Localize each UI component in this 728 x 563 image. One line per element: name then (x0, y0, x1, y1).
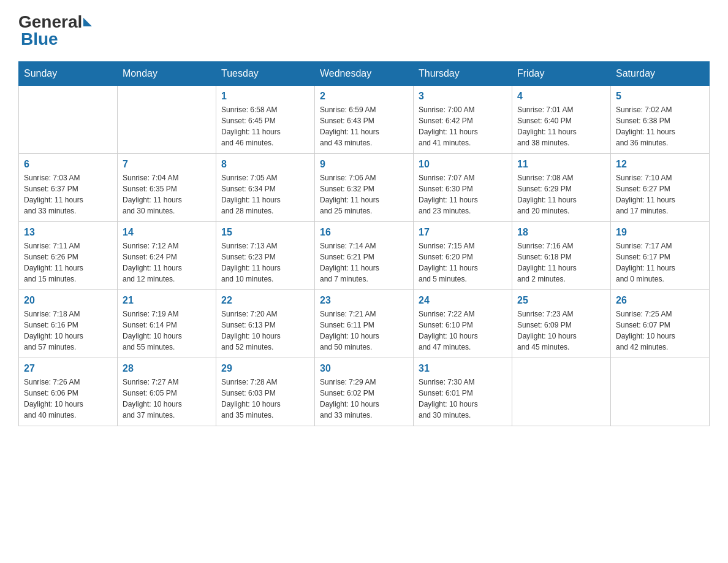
day-number: 14 (123, 227, 211, 238)
calendar-cell: 19Sunrise: 7:17 AMSunset: 6:17 PMDayligh… (611, 222, 710, 290)
week-row-5: 27Sunrise: 7:26 AMSunset: 6:06 PMDayligh… (19, 358, 710, 426)
day-number: 18 (517, 227, 605, 238)
calendar-cell: 21Sunrise: 7:19 AMSunset: 6:14 PMDayligh… (118, 290, 216, 358)
calendar-cell: 11Sunrise: 7:08 AMSunset: 6:29 PMDayligh… (512, 154, 611, 222)
day-number: 10 (419, 159, 507, 170)
day-number: 19 (616, 227, 704, 238)
week-row-2: 6Sunrise: 7:03 AMSunset: 6:37 PMDaylight… (19, 154, 710, 222)
day-info: Sunrise: 7:21 AMSunset: 6:11 PMDaylight:… (320, 308, 408, 353)
column-header-sunday: Sunday (19, 62, 118, 86)
calendar-cell: 13Sunrise: 7:11 AMSunset: 6:26 PMDayligh… (19, 222, 118, 290)
calendar-cell: 1Sunrise: 6:58 AMSunset: 6:45 PMDaylight… (216, 86, 315, 154)
calendar-cell: 23Sunrise: 7:21 AMSunset: 6:11 PMDayligh… (315, 290, 414, 358)
day-info: Sunrise: 7:16 AMSunset: 6:18 PMDaylight:… (517, 240, 605, 285)
day-number: 26 (616, 295, 704, 306)
day-info: Sunrise: 7:19 AMSunset: 6:14 PMDaylight:… (123, 308, 211, 353)
column-header-tuesday: Tuesday (216, 62, 315, 86)
calendar-cell (118, 86, 216, 154)
day-number: 13 (24, 227, 112, 238)
logo: General Blue (18, 12, 93, 49)
calendar-cell (512, 358, 611, 426)
day-info: Sunrise: 7:27 AMSunset: 6:05 PMDaylight:… (123, 377, 211, 421)
day-number: 8 (221, 159, 309, 170)
day-info: Sunrise: 7:12 AMSunset: 6:24 PMDaylight:… (123, 240, 211, 285)
calendar-cell: 8Sunrise: 7:05 AMSunset: 6:34 PMDaylight… (216, 154, 315, 222)
day-number: 23 (320, 295, 408, 306)
column-header-friday: Friday (512, 62, 611, 86)
calendar-cell: 25Sunrise: 7:23 AMSunset: 6:09 PMDayligh… (512, 290, 611, 358)
week-row-4: 20Sunrise: 7:18 AMSunset: 6:16 PMDayligh… (19, 290, 710, 358)
logo-blue-text: Blue (21, 29, 58, 49)
day-number: 30 (320, 363, 408, 374)
calendar-cell: 16Sunrise: 7:14 AMSunset: 6:21 PMDayligh… (315, 222, 414, 290)
calendar-cell: 6Sunrise: 7:03 AMSunset: 6:37 PMDaylight… (19, 154, 118, 222)
day-number: 20 (24, 295, 112, 306)
day-number: 1 (221, 91, 309, 102)
week-row-3: 13Sunrise: 7:11 AMSunset: 6:26 PMDayligh… (19, 222, 710, 290)
calendar-cell: 5Sunrise: 7:02 AMSunset: 6:38 PMDaylight… (611, 86, 710, 154)
day-number: 28 (123, 363, 211, 374)
day-info: Sunrise: 7:13 AMSunset: 6:23 PMDaylight:… (221, 240, 309, 285)
day-info: Sunrise: 7:23 AMSunset: 6:09 PMDaylight:… (517, 308, 605, 353)
calendar-cell: 15Sunrise: 7:13 AMSunset: 6:23 PMDayligh… (216, 222, 315, 290)
calendar-cell: 4Sunrise: 7:01 AMSunset: 6:40 PMDaylight… (512, 86, 611, 154)
calendar-cell: 27Sunrise: 7:26 AMSunset: 6:06 PMDayligh… (19, 358, 118, 426)
calendar-cell: 20Sunrise: 7:18 AMSunset: 6:16 PMDayligh… (19, 290, 118, 358)
day-number: 12 (616, 159, 704, 170)
calendar-cell: 7Sunrise: 7:04 AMSunset: 6:35 PMDaylight… (118, 154, 216, 222)
day-info: Sunrise: 7:25 AMSunset: 6:07 PMDaylight:… (616, 308, 704, 353)
day-info: Sunrise: 7:04 AMSunset: 6:35 PMDaylight:… (123, 172, 211, 216)
day-number: 16 (320, 227, 408, 238)
day-number: 7 (123, 159, 211, 170)
calendar-cell: 3Sunrise: 7:00 AMSunset: 6:42 PMDaylight… (414, 86, 512, 154)
day-info: Sunrise: 7:00 AMSunset: 6:42 PMDaylight:… (419, 104, 507, 148)
day-info: Sunrise: 7:07 AMSunset: 6:30 PMDaylight:… (419, 172, 507, 216)
day-info: Sunrise: 6:58 AMSunset: 6:45 PMDaylight:… (221, 104, 309, 148)
day-info: Sunrise: 7:22 AMSunset: 6:10 PMDaylight:… (419, 308, 507, 353)
day-info: Sunrise: 7:03 AMSunset: 6:37 PMDaylight:… (24, 172, 112, 216)
day-number: 5 (616, 91, 704, 102)
day-number: 21 (123, 295, 211, 306)
calendar-cell: 10Sunrise: 7:07 AMSunset: 6:30 PMDayligh… (414, 154, 512, 222)
calendar-cell: 18Sunrise: 7:16 AMSunset: 6:18 PMDayligh… (512, 222, 611, 290)
day-number: 4 (517, 91, 605, 102)
day-number: 15 (221, 227, 309, 238)
day-number: 29 (221, 363, 309, 374)
logo-arrow-icon (83, 18, 92, 26)
calendar-cell: 24Sunrise: 7:22 AMSunset: 6:10 PMDayligh… (414, 290, 512, 358)
day-number: 31 (419, 363, 507, 374)
day-info: Sunrise: 7:05 AMSunset: 6:34 PMDaylight:… (221, 172, 309, 216)
calendar-cell: 17Sunrise: 7:15 AMSunset: 6:20 PMDayligh… (414, 222, 512, 290)
day-info: Sunrise: 7:17 AMSunset: 6:17 PMDaylight:… (616, 240, 704, 285)
day-number: 17 (419, 227, 507, 238)
calendar-cell: 22Sunrise: 7:20 AMSunset: 6:13 PMDayligh… (216, 290, 315, 358)
calendar-cell (611, 358, 710, 426)
day-number: 22 (221, 295, 309, 306)
day-number: 11 (517, 159, 605, 170)
column-header-wednesday: Wednesday (315, 62, 414, 86)
column-header-thursday: Thursday (414, 62, 512, 86)
calendar-cell: 14Sunrise: 7:12 AMSunset: 6:24 PMDayligh… (118, 222, 216, 290)
calendar-cell: 12Sunrise: 7:10 AMSunset: 6:27 PMDayligh… (611, 154, 710, 222)
calendar-cell: 30Sunrise: 7:29 AMSunset: 6:02 PMDayligh… (315, 358, 414, 426)
day-info: Sunrise: 7:20 AMSunset: 6:13 PMDaylight:… (221, 308, 309, 353)
day-info: Sunrise: 7:29 AMSunset: 6:02 PMDaylight:… (320, 377, 408, 421)
day-number: 2 (320, 91, 408, 102)
day-info: Sunrise: 7:18 AMSunset: 6:16 PMDaylight:… (24, 308, 112, 353)
calendar-table: SundayMondayTuesdayWednesdayThursdayFrid… (18, 61, 710, 426)
calendar-cell: 2Sunrise: 6:59 AMSunset: 6:43 PMDaylight… (315, 86, 414, 154)
day-info: Sunrise: 7:02 AMSunset: 6:38 PMDaylight:… (616, 104, 704, 148)
day-number: 3 (419, 91, 507, 102)
day-info: Sunrise: 6:59 AMSunset: 6:43 PMDaylight:… (320, 104, 408, 148)
calendar-cell: 29Sunrise: 7:28 AMSunset: 6:03 PMDayligh… (216, 358, 315, 426)
calendar-header-row: SundayMondayTuesdayWednesdayThursdayFrid… (19, 62, 710, 86)
day-info: Sunrise: 7:14 AMSunset: 6:21 PMDaylight:… (320, 240, 408, 285)
day-number: 9 (320, 159, 408, 170)
day-info: Sunrise: 7:28 AMSunset: 6:03 PMDaylight:… (221, 377, 309, 421)
day-info: Sunrise: 7:01 AMSunset: 6:40 PMDaylight:… (517, 104, 605, 148)
day-info: Sunrise: 7:08 AMSunset: 6:29 PMDaylight:… (517, 172, 605, 216)
day-number: 25 (517, 295, 605, 306)
calendar-cell: 28Sunrise: 7:27 AMSunset: 6:05 PMDayligh… (118, 358, 216, 426)
column-header-monday: Monday (118, 62, 216, 86)
day-number: 24 (419, 295, 507, 306)
